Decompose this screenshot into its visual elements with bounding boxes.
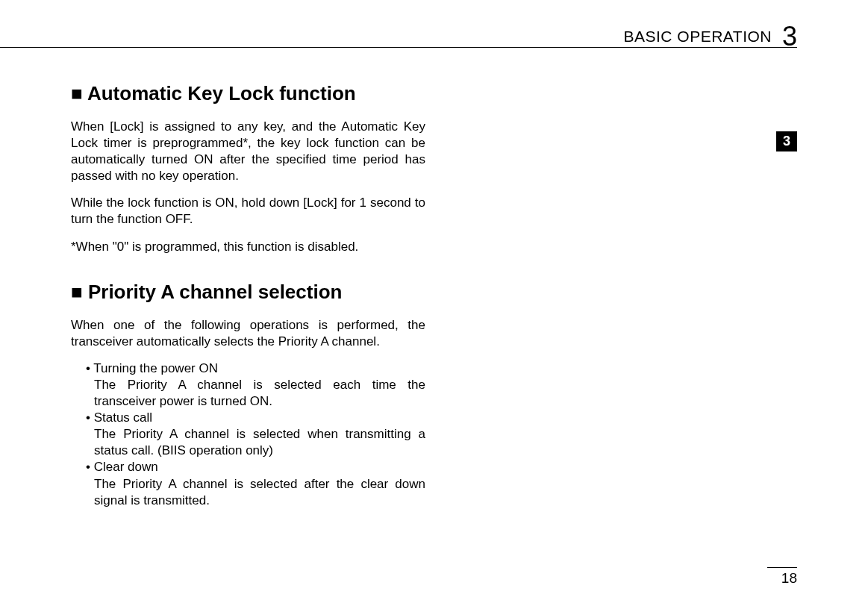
list-item: • Clear down The Priority A channel is s… [86,459,425,508]
bullet-list: • Turning the power ON The Priority A ch… [86,360,425,509]
bullet-title: • Status call [86,410,425,426]
body-text: When one of the following operations is … [71,317,425,350]
section-heading-priority: ■ Priority A channel selection [71,281,425,304]
side-tab-indicator: 3 [776,131,797,151]
bullet-description: The Priority A channel is selected when … [94,426,425,459]
bullet-description: The Priority A channel is selected after… [94,476,425,509]
body-text: While the lock function is ON, hold down… [71,195,425,228]
bullet-title: • Clear down [86,459,425,475]
bullet-description: The Priority A channel is selected each … [94,377,425,410]
body-text: *When "0" is programmed, this function i… [71,239,425,255]
list-item: • Turning the power ON The Priority A ch… [86,360,425,410]
body-text: When [Lock] is assigned to any key, and … [71,119,425,184]
footer-divider [767,567,797,569]
page-footer: 18 [767,567,797,587]
header-divider [0,47,797,48]
list-item: • Status call The Priority A channel is … [86,410,425,459]
header-title: BASIC OPERATION [623,28,771,46]
bullet-title: • Turning the power ON [86,360,425,377]
page-number: 18 [767,570,797,587]
page-content: ■ Automatic Key Lock function When [Lock… [71,82,425,509]
section-heading-keylock: ■ Automatic Key Lock function [71,82,425,105]
